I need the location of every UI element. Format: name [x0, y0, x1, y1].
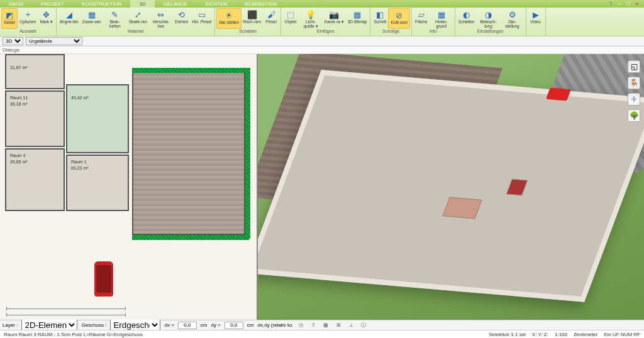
- room-name: Raum 4: [10, 153, 26, 158]
- status-unit: Zentimeter: [574, 332, 597, 337]
- ribbon-group-label: Einfügen: [282, 29, 369, 35]
- menu-bar: DATEI PROJEKT KONSTRUKTION 3D GELÄNDE SI…: [0, 0, 644, 8]
- ribbon-button[interactable]: ◢Abgrei-fen: [58, 8, 80, 29]
- ribbon-button[interactable]: ▦Hinter-grund: [430, 8, 453, 29]
- ribbon-button[interactable]: 💡Licht-quelle ▾: [299, 8, 323, 29]
- ribbon-button[interactable]: ⚙Dar-stellung: [501, 8, 525, 29]
- room-area: 45,42 m²: [71, 95, 89, 100]
- ribbon-button[interactable]: ✥Mark ▾: [38, 8, 54, 29]
- navigate-icon[interactable]: ⇪: [309, 321, 318, 330]
- bottom-toolbar: Layer : 2D-Elemen Geschoss : Erdgeschoss…: [0, 320, 644, 330]
- room[interactable]: 31,87 m²: [5, 54, 65, 89]
- ribbon-icon: ▭: [196, 9, 208, 20]
- ribbon-label: Beleuch-tung: [479, 20, 499, 28]
- ribbon-button[interactable]: ▦3D-Bitmap: [346, 8, 369, 29]
- minimize-icon[interactable]: –: [616, 1, 623, 7]
- ribbon-icon: ▶: [530, 9, 541, 20]
- view-2d[interactable]: Raum 166,23 m²Raum 426,80 m²45,42 m²Raum…: [0, 54, 258, 320]
- ribbon-button[interactable]: ⬚Objekt: [282, 8, 299, 29]
- menu-tab-datei[interactable]: DATEI: [0, 0, 32, 8]
- ribbon-label: Dar-stellen: [219, 21, 238, 25]
- ortho-icon[interactable]: ⊥: [347, 321, 355, 330]
- ribbon-button[interactable]: ◩Selekt: [1, 8, 18, 29]
- ribbon-icon: ▦: [436, 9, 447, 20]
- status-selection: Selektion 1:1 sel: [489, 332, 526, 337]
- ribbon-button[interactable]: ☀Dar-stellen: [216, 8, 241, 29]
- ribbon-label: Kame-ra ▾: [325, 20, 344, 25]
- ribbon-button[interactable]: 📷Kame-ra ▾: [323, 8, 346, 29]
- ribbon-icon: ⤢: [132, 9, 143, 20]
- dy-input[interactable]: [225, 322, 243, 329]
- ribbon-button[interactable]: ◐Schatten: [457, 8, 477, 29]
- ribbon-label: Skalie-ren: [129, 20, 147, 25]
- maximize-icon[interactable]: □: [625, 1, 631, 7]
- close-icon[interactable]: ×: [634, 1, 640, 7]
- tree-icon[interactable]: 🌳: [628, 109, 640, 122]
- ribbon-label: Objekt: [285, 20, 297, 25]
- dx-input[interactable]: [178, 322, 197, 329]
- ribbon-group: ◧Schnitt⊘Kolli-sionSonstige: [370, 8, 411, 36]
- ribbon-icon: 📷: [328, 9, 340, 20]
- ribbon-button[interactable]: ⤢Skalie-ren: [127, 8, 149, 29]
- axes-icon[interactable]: ✛: [628, 93, 640, 106]
- view-3d[interactable]: ◱ 🪑 ✛ 🌳: [258, 54, 644, 320]
- terrace-area: [132, 72, 245, 235]
- menu-tab-bearbeiten[interactable]: BEARBEITEN: [236, 0, 286, 8]
- room[interactable]: Raum 426,80 m²: [5, 148, 65, 211]
- dialoge-bar: Dialoge: [0, 46, 644, 54]
- ribbon-group-label: Auswahl: [1, 29, 55, 35]
- mode-toolbar: 3D Urgelände: [0, 36, 644, 46]
- ribbon-label: Licht-quelle ▾: [301, 20, 321, 28]
- ribbon-icon: ▱: [416, 9, 427, 20]
- ribbon-button[interactable]: ◑Beleuch-tung: [477, 8, 501, 29]
- status-flags: Ein UF NUM RF: [604, 332, 640, 337]
- ribbon-button[interactable]: ⊘Kolli-sion: [388, 8, 409, 29]
- titlebar-right-icons: ? – □ ×: [608, 1, 644, 7]
- menu-tab-konstruktion[interactable]: KONSTRUKTION: [73, 0, 131, 8]
- ribbon-icon: ✎: [109, 9, 121, 20]
- ribbon-button[interactable]: 🖌Pinsel: [263, 8, 279, 29]
- ribbon-label: Zuwei-sen: [82, 20, 101, 25]
- ribbon-group: ▶Video: [526, 8, 546, 36]
- workspace: Raum 166,23 m²Raum 426,80 m²45,42 m²Raum…: [0, 54, 644, 320]
- ribbon-label: Kolli-sion: [391, 21, 407, 25]
- ribbon-label: Hinter-grund: [431, 20, 452, 28]
- car-2d: [94, 261, 113, 297]
- ribbon-button[interactable]: ▭Hin. Pinsel: [190, 8, 213, 29]
- ribbon-button[interactable]: ⇔Verschie-ben: [149, 8, 173, 29]
- menu-tab-projekt[interactable]: PROJEKT: [32, 0, 73, 8]
- ribbon-group: ◩Selekt＋Optionen✥Mark ▾Auswahl: [0, 8, 57, 36]
- grid-icon[interactable]: ▦: [321, 321, 330, 330]
- clock-icon[interactable]: ◷: [296, 321, 305, 330]
- status-bar: Raum Raum 3 RAUM - 1.5cm Putz L=Räume G=…: [0, 330, 644, 338]
- help-icon[interactable]: ?: [608, 1, 614, 7]
- room[interactable]: Raum 1136,18 m²: [5, 90, 65, 147]
- layer-label: Layer :: [3, 322, 18, 328]
- chair-icon[interactable]: 🪑: [628, 77, 640, 89]
- view-mode-select[interactable]: 3D: [3, 37, 23, 45]
- ribbon-label: Verschie-ben: [151, 20, 171, 28]
- ribbon-button[interactable]: ◧Schnitt: [372, 8, 388, 29]
- ribbon-label: Schnitt: [374, 20, 387, 25]
- ribbon-label: Pinsel: [265, 20, 277, 25]
- room-area: 26,80 m²: [10, 160, 28, 164]
- tool-select[interactable]: Urgelände: [26, 37, 82, 45]
- dx-label: dx =: [164, 322, 174, 328]
- ribbon-button[interactable]: ⬛Rech-nen: [242, 8, 263, 29]
- menu-tab-sichten[interactable]: SICHTEN: [196, 0, 236, 8]
- ribbon-button[interactable]: ＋Optionen: [18, 8, 38, 29]
- menu-tab-3d[interactable]: 3D: [130, 0, 154, 8]
- room[interactable]: Raum 166,23 m²: [66, 155, 129, 211]
- menu-tab-gelaende[interactable]: GELÄNDE: [155, 0, 196, 8]
- ribbon-icon: ＋: [22, 9, 33, 20]
- ribbon-button[interactable]: ✎Bear-beiten: [103, 8, 127, 29]
- info-icon[interactable]: ⓘ: [359, 321, 368, 330]
- ribbon-button[interactable]: ⟲Drehen: [173, 8, 190, 29]
- view-cube-icon[interactable]: ◱: [628, 60, 640, 73]
- snap-icon[interactable]: ⊞: [334, 321, 343, 330]
- ribbon-button[interactable]: ▦Zuwei-sen: [80, 8, 103, 29]
- ribbon-button[interactable]: ▱Fläche: [413, 8, 430, 29]
- ribbon-button[interactable]: ▶Video: [528, 8, 544, 29]
- ribbon-icon: ◐: [461, 9, 472, 20]
- room[interactable]: 45,42 m²: [66, 84, 129, 153]
